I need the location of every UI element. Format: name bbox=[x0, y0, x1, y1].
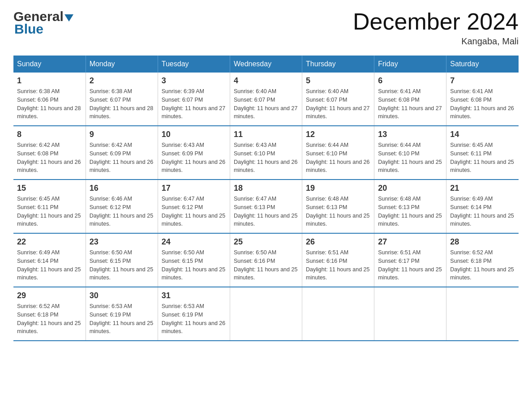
calendar-cell: 29Sunrise: 6:52 AMSunset: 6:18 PMDayligh… bbox=[13, 287, 86, 341]
calendar-cell: 25Sunrise: 6:50 AMSunset: 6:16 PMDayligh… bbox=[230, 233, 302, 287]
day-number: 24 bbox=[162, 237, 226, 247]
calendar-cell bbox=[230, 287, 302, 341]
logo-blue: Blue bbox=[13, 21, 73, 37]
day-info: Sunrise: 6:38 AMSunset: 6:06 PMDaylight:… bbox=[17, 87, 82, 121]
calendar-week-row: 15Sunrise: 6:45 AMSunset: 6:11 PMDayligh… bbox=[13, 180, 519, 233]
day-number: 21 bbox=[450, 184, 515, 193]
day-number: 28 bbox=[450, 237, 515, 247]
day-number: 25 bbox=[234, 237, 298, 247]
calendar-cell: 20Sunrise: 6:48 AMSunset: 6:13 PMDayligh… bbox=[374, 180, 446, 233]
calendar-cell: 28Sunrise: 6:52 AMSunset: 6:18 PMDayligh… bbox=[446, 233, 519, 287]
calendar-cell: 17Sunrise: 6:47 AMSunset: 6:12 PMDayligh… bbox=[158, 180, 230, 233]
day-number: 5 bbox=[306, 76, 370, 86]
day-number: 17 bbox=[162, 184, 226, 193]
calendar-cell bbox=[446, 287, 519, 341]
calendar-cell: 11Sunrise: 6:43 AMSunset: 6:10 PMDayligh… bbox=[230, 126, 302, 180]
calendar-cell: 9Sunrise: 6:42 AMSunset: 6:09 PMDaylight… bbox=[86, 126, 158, 180]
location: Kangaba, Mali bbox=[353, 36, 519, 47]
day-info: Sunrise: 6:50 AMSunset: 6:16 PMDaylight:… bbox=[234, 248, 298, 282]
day-number: 13 bbox=[378, 130, 442, 139]
calendar-cell: 6Sunrise: 6:41 AMSunset: 6:08 PMDaylight… bbox=[374, 73, 446, 126]
calendar-cell: 26Sunrise: 6:51 AMSunset: 6:16 PMDayligh… bbox=[302, 233, 374, 287]
day-info: Sunrise: 6:47 AMSunset: 6:12 PMDaylight:… bbox=[162, 195, 226, 228]
day-number: 31 bbox=[162, 291, 226, 300]
day-number: 1 bbox=[17, 76, 82, 86]
calendar-cell: 15Sunrise: 6:45 AMSunset: 6:11 PMDayligh… bbox=[13, 180, 86, 233]
day-info: Sunrise: 6:53 AMSunset: 6:19 PMDaylight:… bbox=[90, 302, 154, 336]
calendar-cell: 14Sunrise: 6:45 AMSunset: 6:11 PMDayligh… bbox=[446, 126, 519, 180]
day-header-monday: Monday bbox=[86, 56, 158, 73]
day-number: 15 bbox=[17, 184, 82, 193]
day-info: Sunrise: 6:48 AMSunset: 6:13 PMDaylight:… bbox=[378, 195, 442, 228]
page-header: General Blue December 2024 Kangaba, Mali bbox=[13, 9, 519, 47]
day-header-saturday: Saturday bbox=[446, 56, 519, 73]
day-number: 11 bbox=[234, 130, 298, 139]
day-number: 18 bbox=[234, 184, 298, 193]
calendar-cell: 24Sunrise: 6:50 AMSunset: 6:15 PMDayligh… bbox=[158, 233, 230, 287]
calendar-cell: 21Sunrise: 6:49 AMSunset: 6:14 PMDayligh… bbox=[446, 180, 519, 233]
day-info: Sunrise: 6:42 AMSunset: 6:08 PMDaylight:… bbox=[17, 141, 82, 175]
day-info: Sunrise: 6:49 AMSunset: 6:14 PMDaylight:… bbox=[450, 195, 515, 228]
calendar-cell: 3Sunrise: 6:39 AMSunset: 6:07 PMDaylight… bbox=[158, 73, 230, 126]
day-info: Sunrise: 6:40 AMSunset: 6:07 PMDaylight:… bbox=[306, 87, 370, 121]
day-header-wednesday: Wednesday bbox=[230, 56, 302, 73]
title-area: December 2024 Kangaba, Mali bbox=[353, 9, 519, 47]
calendar-cell bbox=[302, 287, 374, 341]
day-info: Sunrise: 6:47 AMSunset: 6:13 PMDaylight:… bbox=[234, 195, 298, 228]
calendar-cell: 1Sunrise: 6:38 AMSunset: 6:06 PMDaylight… bbox=[13, 73, 86, 126]
day-info: Sunrise: 6:44 AMSunset: 6:10 PMDaylight:… bbox=[378, 141, 442, 175]
day-number: 7 bbox=[450, 76, 515, 86]
day-info: Sunrise: 6:38 AMSunset: 6:07 PMDaylight:… bbox=[90, 87, 154, 121]
day-info: Sunrise: 6:50 AMSunset: 6:15 PMDaylight:… bbox=[90, 248, 154, 282]
day-number: 8 bbox=[17, 130, 82, 139]
calendar-header-row: SundayMondayTuesdayWednesdayThursdayFrid… bbox=[13, 56, 519, 73]
day-number: 2 bbox=[90, 76, 154, 86]
calendar-week-row: 8Sunrise: 6:42 AMSunset: 6:08 PMDaylight… bbox=[13, 126, 519, 180]
logo-triangle-icon bbox=[64, 14, 73, 21]
day-info: Sunrise: 6:43 AMSunset: 6:10 PMDaylight:… bbox=[234, 141, 298, 175]
day-info: Sunrise: 6:49 AMSunset: 6:14 PMDaylight:… bbox=[17, 248, 82, 282]
day-number: 19 bbox=[306, 184, 370, 193]
day-header-thursday: Thursday bbox=[302, 56, 374, 73]
day-number: 6 bbox=[378, 76, 442, 86]
day-number: 4 bbox=[234, 76, 298, 86]
day-info: Sunrise: 6:45 AMSunset: 6:11 PMDaylight:… bbox=[17, 195, 82, 228]
month-title: December 2024 bbox=[353, 9, 519, 34]
day-number: 22 bbox=[17, 237, 82, 247]
day-info: Sunrise: 6:51 AMSunset: 6:17 PMDaylight:… bbox=[378, 248, 442, 282]
day-number: 23 bbox=[90, 237, 154, 247]
calendar-cell: 8Sunrise: 6:42 AMSunset: 6:08 PMDaylight… bbox=[13, 126, 86, 180]
day-number: 30 bbox=[90, 291, 154, 300]
calendar-cell: 22Sunrise: 6:49 AMSunset: 6:14 PMDayligh… bbox=[13, 233, 86, 287]
calendar-cell: 16Sunrise: 6:46 AMSunset: 6:12 PMDayligh… bbox=[86, 180, 158, 233]
day-number: 27 bbox=[378, 237, 442, 247]
day-number: 16 bbox=[90, 184, 154, 193]
calendar-cell: 18Sunrise: 6:47 AMSunset: 6:13 PMDayligh… bbox=[230, 180, 302, 233]
calendar-cell: 10Sunrise: 6:43 AMSunset: 6:09 PMDayligh… bbox=[158, 126, 230, 180]
day-info: Sunrise: 6:48 AMSunset: 6:13 PMDaylight:… bbox=[306, 195, 370, 228]
day-info: Sunrise: 6:50 AMSunset: 6:15 PMDaylight:… bbox=[162, 248, 226, 282]
calendar-cell: 23Sunrise: 6:50 AMSunset: 6:15 PMDayligh… bbox=[86, 233, 158, 287]
day-info: Sunrise: 6:41 AMSunset: 6:08 PMDaylight:… bbox=[450, 87, 515, 121]
day-info: Sunrise: 6:43 AMSunset: 6:09 PMDaylight:… bbox=[162, 141, 226, 175]
day-number: 10 bbox=[162, 130, 226, 139]
day-number: 9 bbox=[90, 130, 154, 139]
calendar-cell: 13Sunrise: 6:44 AMSunset: 6:10 PMDayligh… bbox=[374, 126, 446, 180]
calendar-week-row: 29Sunrise: 6:52 AMSunset: 6:18 PMDayligh… bbox=[13, 287, 519, 341]
calendar-cell: 2Sunrise: 6:38 AMSunset: 6:07 PMDaylight… bbox=[86, 73, 158, 126]
calendar-cell: 12Sunrise: 6:44 AMSunset: 6:10 PMDayligh… bbox=[302, 126, 374, 180]
calendar-cell: 7Sunrise: 6:41 AMSunset: 6:08 PMDaylight… bbox=[446, 73, 519, 126]
day-number: 26 bbox=[306, 237, 370, 247]
day-info: Sunrise: 6:41 AMSunset: 6:08 PMDaylight:… bbox=[378, 87, 442, 121]
calendar-cell: 19Sunrise: 6:48 AMSunset: 6:13 PMDayligh… bbox=[302, 180, 374, 233]
day-info: Sunrise: 6:42 AMSunset: 6:09 PMDaylight:… bbox=[90, 141, 154, 175]
day-header-friday: Friday bbox=[374, 56, 446, 73]
calendar-cell: 5Sunrise: 6:40 AMSunset: 6:07 PMDaylight… bbox=[302, 73, 374, 126]
day-info: Sunrise: 6:53 AMSunset: 6:19 PMDaylight:… bbox=[162, 302, 226, 336]
calendar-week-row: 22Sunrise: 6:49 AMSunset: 6:14 PMDayligh… bbox=[13, 233, 519, 287]
day-info: Sunrise: 6:40 AMSunset: 6:07 PMDaylight:… bbox=[234, 87, 298, 121]
calendar-cell: 27Sunrise: 6:51 AMSunset: 6:17 PMDayligh… bbox=[374, 233, 446, 287]
day-info: Sunrise: 6:44 AMSunset: 6:10 PMDaylight:… bbox=[306, 141, 370, 175]
calendar-cell: 30Sunrise: 6:53 AMSunset: 6:19 PMDayligh… bbox=[86, 287, 158, 341]
day-info: Sunrise: 6:51 AMSunset: 6:16 PMDaylight:… bbox=[306, 248, 370, 282]
